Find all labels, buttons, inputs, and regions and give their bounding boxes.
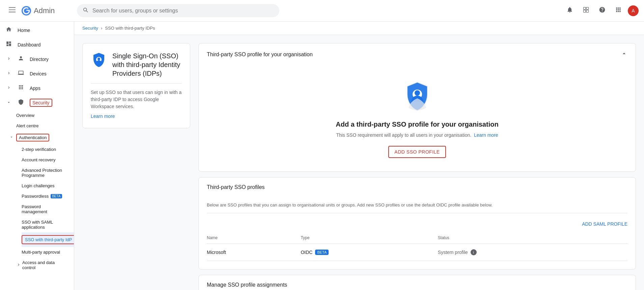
right-panel: Third-party SSO profile for your organis… [198, 43, 636, 290]
profiles-table: Name Type Status Microsoft [207, 232, 627, 261]
add-saml-container: ADD SAML PROFILE [207, 216, 627, 232]
alert-centre-label: Alert centre [16, 123, 38, 128]
sidebar-item-security[interactable]: Security [0, 95, 74, 110]
avatar[interactable]: A [628, 5, 639, 16]
sso-card-header: Single Sign-On (SSO) with third-party Id… [91, 52, 182, 78]
access-chevron-right-icon [16, 262, 21, 268]
chevron-right-icon2 [5, 70, 12, 77]
breadcrumb-current: SSO with third-party IDPs [105, 26, 155, 31]
hamburger-button[interactable] [5, 4, 19, 18]
svg-rect-2 [9, 12, 16, 12]
devices-icon [18, 70, 24, 77]
type-cell: OIDC BETA [301, 250, 438, 255]
col-status: Status [438, 232, 627, 244]
add-sso-area: Add a third-party SSO profile for your o… [199, 65, 636, 171]
search-bar[interactable] [77, 4, 279, 17]
sso-profiles-title: Third-party SSO profiles [207, 184, 265, 190]
sso-profiles-header[interactable]: Third-party SSO profiles [199, 178, 636, 197]
security-sub-items: Overview Alert centre Authentication 2-s… [0, 110, 74, 273]
row-status: System profile i [438, 244, 627, 261]
breadcrumb-separator: › [101, 26, 102, 31]
collapse-icon [621, 50, 627, 59]
sidebar-item-apps-label: Apps [30, 86, 40, 91]
authentication-label: Authentication [16, 134, 49, 141]
sso-description: Set up SSO so that users can sign in wit… [91, 83, 182, 120]
col-type: Type [301, 232, 438, 244]
sidebar-item-alert-centre[interactable]: Alert centre [16, 121, 70, 131]
org-sso-section-header[interactable]: Third-party SSO profile for your organis… [199, 43, 636, 65]
tasks-icon [583, 6, 589, 15]
sso-main-title: Single Sign-On (SSO) with third-party Id… [112, 52, 182, 78]
sidebar: Home Dashboard Directory [0, 22, 74, 290]
sidebar-item-passwordless[interactable]: Passwordless BETA [22, 191, 70, 201]
multi-party-label: Multi-party approval [22, 250, 60, 255]
sidebar-item-devices[interactable]: Devices [0, 66, 70, 81]
notification-button[interactable] [563, 4, 577, 18]
access-control-label: Access and data control [22, 260, 64, 270]
sidebar-item-login-challenges[interactable]: Login challenges [22, 181, 70, 191]
sso-third-party-label: SSO with third-party IdP [22, 235, 74, 244]
type-label: OIDC [301, 250, 312, 255]
sidebar-item-overview[interactable]: Overview [16, 110, 70, 121]
google-logo: Admin [22, 6, 55, 15]
layout: Home Dashboard Directory [0, 22, 644, 290]
manage-section-header[interactable]: Manage SSO profile assignments [199, 275, 636, 290]
help-button[interactable] [595, 4, 609, 18]
breadcrumb-security[interactable]: Security [82, 26, 98, 31]
sidebar-item-password-management[interactable]: Password management [22, 201, 70, 217]
sidebar-item-dashboard[interactable]: Dashboard [0, 37, 70, 52]
sidebar-item-directory[interactable]: Directory [0, 52, 70, 66]
sso-shield-icon [91, 52, 107, 68]
tasks-button[interactable] [579, 4, 593, 18]
login-challenges-label: Login challenges [22, 183, 55, 188]
advanced-protection-label: Advanced Protection Programme [22, 168, 64, 178]
sso-learn-more-link[interactable]: Learn more [91, 114, 115, 119]
manage-title: Manage SSO profile assignments [207, 282, 287, 288]
sidebar-item-apps[interactable]: Apps [0, 81, 70, 95]
svg-rect-1 [9, 9, 16, 10]
sidebar-item-2step[interactable]: 2-step verification [22, 144, 70, 155]
shield-large-icon [400, 79, 434, 112]
row-type: OIDC BETA [301, 244, 438, 261]
status-label: System profile [438, 250, 468, 255]
sidebar-item-directory-label: Directory [30, 57, 49, 62]
type-beta-badge: BETA [315, 250, 329, 255]
sidebar-item-access-control[interactable]: Access and data control [16, 257, 70, 273]
auth-chevron-down-icon [9, 135, 13, 140]
passwordless-label: Passwordless [22, 194, 49, 199]
add-sso-profile-button[interactable]: ADD SSO PROFILE [388, 146, 446, 158]
svg-point-10 [97, 58, 100, 60]
sso-profiles-description: Below are SSO profiles that you can assi… [207, 197, 627, 213]
admin-title: Admin [34, 6, 55, 15]
info-icon[interactable]: i [471, 249, 477, 255]
search-input[interactable] [92, 8, 274, 14]
sidebar-item-account-recovery[interactable]: Account recovery [22, 155, 70, 165]
sidebar-item-home-label: Home [18, 28, 30, 33]
security-icon [18, 99, 24, 107]
col-name: Name [207, 232, 301, 244]
overview-label: Overview [16, 113, 34, 118]
notification-icon [566, 6, 573, 15]
svg-rect-6 [586, 7, 589, 10]
sidebar-item-advanced-protection[interactable]: Advanced Protection Programme [22, 165, 70, 181]
sidebar-item-multi-party[interactable]: Multi-party approval [22, 247, 70, 257]
sidebar-item-sso-third-party[interactable]: SSO with third-party IdP [22, 232, 74, 247]
topbar-left: Admin [5, 4, 73, 18]
sidebar-item-authentication[interactable]: Authentication [16, 131, 70, 144]
add-saml-button[interactable]: ADD SAML PROFILE [207, 219, 627, 229]
sidebar-item-home[interactable]: Home [0, 23, 70, 37]
two-step-label: 2-step verification [22, 147, 56, 152]
chevron-right-icon [5, 56, 12, 63]
org-sso-section: Third-party SSO profile for your organis… [198, 43, 636, 172]
sidebar-item-sso-saml[interactable]: SSO with SAML applications [22, 217, 70, 232]
apps-grid-button[interactable] [612, 4, 625, 18]
sso-desc-text: Set up SSO so that users can sign in wit… [91, 89, 182, 110]
add-sso-learn-more[interactable]: Learn more [474, 132, 498, 138]
apps-grid-icon [615, 6, 622, 15]
add-sso-main-title: Add a third-party SSO profile for your o… [336, 121, 498, 128]
password-management-label: Password management [22, 204, 64, 214]
svg-point-12 [415, 90, 420, 96]
add-sso-desc: This SSO requirement will apply to all u… [336, 132, 498, 138]
sso-info-card: Single Sign-On (SSO) with third-party Id… [82, 43, 190, 128]
account-recovery-label: Account recovery [22, 157, 55, 162]
